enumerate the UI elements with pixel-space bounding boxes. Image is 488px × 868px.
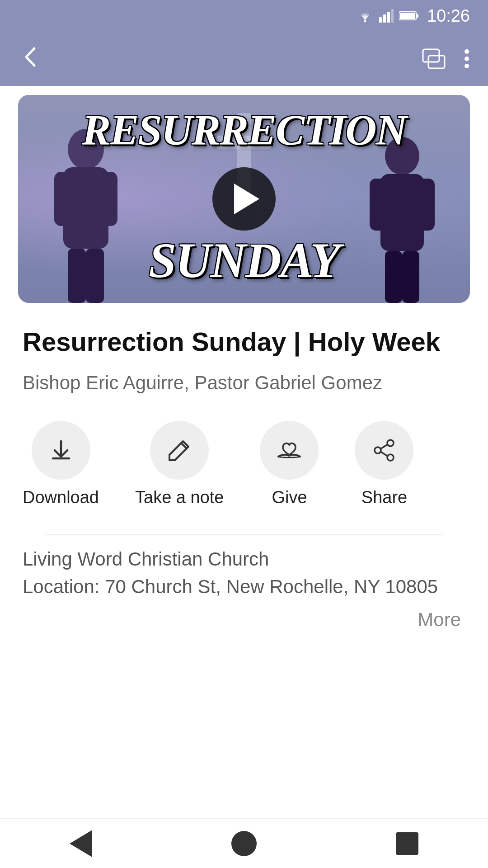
video-title-resurrection: RESURRECTION <box>18 108 470 152</box>
recent-square-icon <box>396 832 418 855</box>
svg-rect-1 <box>379 17 382 23</box>
download-icon <box>48 438 74 463</box>
battery-icon <box>399 10 419 21</box>
give-circle <box>260 421 319 480</box>
church-info: Living Word Christian Church Location: 7… <box>23 548 465 600</box>
back-button[interactable] <box>18 45 42 73</box>
svg-point-10 <box>465 49 469 54</box>
status-time: 10:26 <box>427 6 470 26</box>
svg-rect-16 <box>95 172 117 226</box>
sermon-speakers: Bishop Eric Aguirre, Pastor Gabriel Gome… <box>23 372 465 394</box>
more-text[interactable]: More <box>23 609 465 631</box>
status-bar: 10:26 <box>0 0 488 32</box>
status-icons <box>357 9 419 23</box>
svg-rect-21 <box>370 179 391 231</box>
share-label: Share <box>361 488 407 507</box>
share-icon <box>371 438 397 463</box>
sermon-title: Resurrection Sunday | Holy Week <box>23 326 465 359</box>
video-thumbnail[interactable]: RESURRECTION SUNDAY <box>18 95 470 303</box>
nav-right-icons <box>422 48 470 70</box>
svg-point-26 <box>375 447 381 453</box>
nav-recent-button[interactable] <box>396 832 418 855</box>
svg-rect-4 <box>391 9 394 23</box>
pencil-icon <box>167 438 192 463</box>
download-circle <box>32 421 90 480</box>
church-name: Living Word Christian Church <box>23 548 465 570</box>
svg-point-11 <box>465 57 469 61</box>
svg-rect-3 <box>387 12 390 23</box>
svg-point-25 <box>387 440 394 446</box>
give-label: Give <box>272 488 307 507</box>
actions-row: Download Take a note Give <box>23 421 465 507</box>
chat-icon[interactable] <box>422 48 446 69</box>
download-action[interactable]: Download <box>23 421 99 507</box>
svg-rect-15 <box>54 172 77 226</box>
share-circle <box>355 421 413 480</box>
nav-back-button[interactable] <box>70 830 92 857</box>
note-label: Take a note <box>135 488 224 507</box>
bottom-nav <box>0 818 488 868</box>
svg-rect-2 <box>383 14 386 23</box>
give-action[interactable]: Give <box>260 421 319 507</box>
download-label: Download <box>23 488 99 507</box>
signal-icon <box>379 9 394 23</box>
back-triangle-icon <box>70 830 92 857</box>
svg-rect-6 <box>416 14 418 18</box>
give-icon <box>277 438 302 463</box>
svg-point-0 <box>364 20 366 23</box>
svg-point-27 <box>387 454 394 461</box>
content-area: Resurrection Sunday | Holy Week Bishop E… <box>0 303 488 631</box>
church-location: Location: 70 Church St, New Rochelle, NY… <box>23 574 465 600</box>
svg-rect-22 <box>413 179 435 231</box>
svg-point-12 <box>465 64 469 68</box>
more-options-icon[interactable] <box>464 48 470 70</box>
divider <box>45 534 443 535</box>
bottom-spacer <box>0 631 488 689</box>
top-nav <box>0 32 488 86</box>
play-triangle-icon <box>234 184 259 214</box>
share-action[interactable]: Share <box>355 421 413 507</box>
svg-rect-7 <box>400 13 415 19</box>
note-circle <box>150 421 209 480</box>
home-circle-icon <box>231 831 257 856</box>
nav-home-button[interactable] <box>231 831 257 856</box>
note-action[interactable]: Take a note <box>135 421 224 507</box>
video-title-sunday: SUNDAY <box>18 232 470 289</box>
wifi-icon <box>357 9 374 23</box>
play-button[interactable] <box>212 167 276 231</box>
